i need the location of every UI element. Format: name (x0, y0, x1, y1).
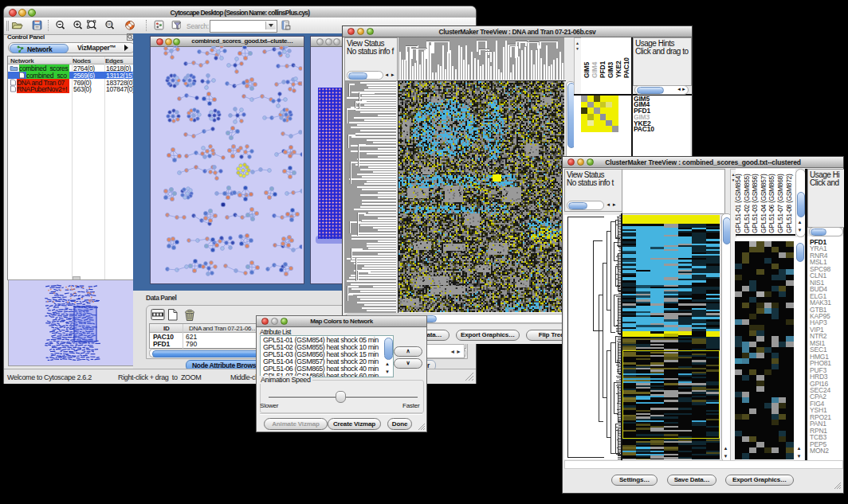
svg-text:131: 131 (107, 22, 112, 26)
